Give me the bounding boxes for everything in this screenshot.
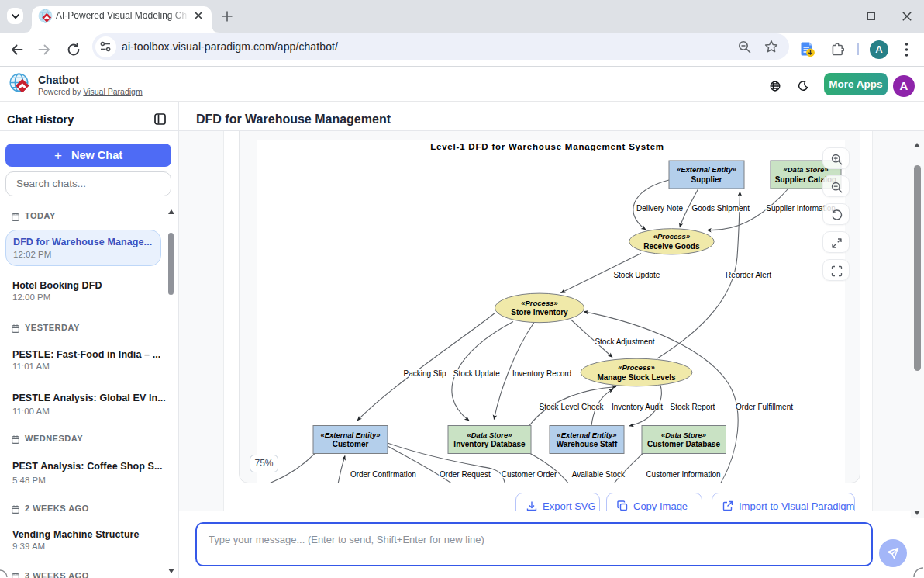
svg-text:Warehouse Staff: Warehouse Staff	[557, 440, 618, 448]
svg-text:Order Request: Order Request	[440, 470, 491, 479]
svg-text:Reorder Alert: Reorder Alert	[726, 271, 771, 279]
svg-text:«Data Store»: «Data Store»	[783, 165, 828, 174]
svg-text:«Data Store»: «Data Store»	[661, 431, 706, 439]
svg-text:Manage Stock Levels: Manage Stock Levels	[597, 373, 676, 382]
svg-text:Order Fulfillment: Order Fulfillment	[736, 403, 793, 411]
svg-text:«External Entity»: «External Entity»	[557, 431, 616, 439]
svg-text:Store Inventory: Store Inventory	[511, 308, 568, 317]
svg-text:Order Confirmation: Order Confirmation	[350, 470, 416, 479]
svg-text:«Process»: «Process»	[653, 232, 691, 241]
svg-text:Stock Level Check: Stock Level Check	[540, 403, 605, 411]
svg-text:Supplier: Supplier	[691, 175, 722, 184]
svg-text:Packing Slip: Packing Slip	[404, 369, 446, 378]
svg-text:Available Stock: Available Stock	[572, 470, 626, 479]
svg-text:«External Entity»: «External Entity»	[677, 165, 736, 174]
svg-text:Stock Adjustment: Stock Adjustment	[595, 337, 654, 346]
svg-text:Receive Goods: Receive Goods	[643, 242, 700, 251]
svg-text:Customer Database: Customer Database	[647, 440, 720, 448]
svg-text:Stock Report: Stock Report	[671, 403, 715, 411]
svg-text:Inventory Audit: Inventory Audit	[612, 403, 663, 411]
svg-text:Customer Information: Customer Information	[646, 470, 720, 479]
svg-text:Stock Update: Stock Update	[613, 271, 660, 279]
svg-text:Inventory Record: Inventory Record	[512, 369, 571, 378]
svg-text:Inventory Database: Inventory Database	[453, 440, 526, 448]
svg-text:Customer Order: Customer Order	[502, 470, 557, 479]
svg-text:Stock Update: Stock Update	[453, 369, 500, 378]
svg-text:Level-1 DFD for Warehouse Mana: Level-1 DFD for Warehouse Management Sys…	[430, 142, 664, 151]
svg-text:Goods Shipment: Goods Shipment	[692, 204, 750, 213]
svg-text:Delivery Note: Delivery Note	[636, 204, 683, 213]
svg-text:Customer: Customer	[333, 440, 369, 448]
svg-text:«Process»: «Process»	[618, 363, 655, 372]
svg-text:«Process»: «Process»	[521, 299, 558, 307]
svg-text:«Data Store»: «Data Store»	[467, 431, 512, 439]
svg-text:«External Entity»: «External Entity»	[320, 431, 380, 439]
